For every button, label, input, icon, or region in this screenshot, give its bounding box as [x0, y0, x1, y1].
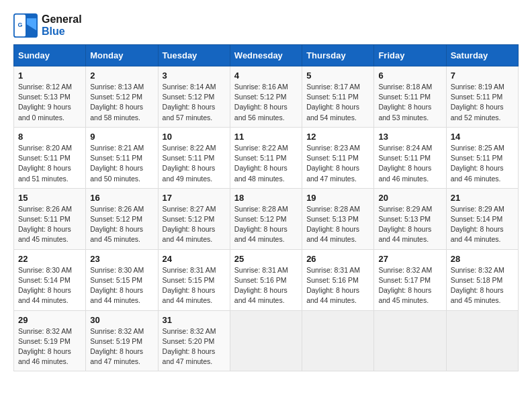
calendar-cell: 13Sunrise: 8:24 AMSunset: 5:11 PMDayligh…	[374, 127, 446, 188]
page-header: G General Blue	[13, 13, 519, 38]
day-number: 8	[18, 132, 81, 142]
day-detail: Sunrise: 8:31 AMSunset: 5:16 PMDaylight:…	[234, 265, 298, 306]
day-number: 25	[234, 254, 298, 264]
calendar-cell: 2Sunrise: 8:13 AMSunset: 5:12 PMDaylight…	[86, 66, 158, 128]
day-number: 23	[90, 254, 153, 264]
calendar-cell: 6Sunrise: 8:18 AMSunset: 5:11 PMDaylight…	[374, 66, 446, 128]
weekday-header-row: SundayMondayTuesdayWednesdayThursdayFrid…	[14, 45, 519, 66]
day-number: 12	[306, 132, 369, 142]
day-detail: Sunrise: 8:32 AMSunset: 5:19 PMDaylight:…	[90, 326, 153, 367]
day-number: 21	[451, 193, 514, 203]
day-number: 1	[18, 71, 81, 81]
calendar-cell: 4Sunrise: 8:16 AMSunset: 5:12 PMDaylight…	[230, 66, 302, 128]
day-detail: Sunrise: 8:20 AMSunset: 5:11 PMDaylight:…	[18, 143, 81, 184]
day-number: 22	[18, 254, 81, 264]
day-detail: Sunrise: 8:17 AMSunset: 5:11 PMDaylight:…	[306, 82, 369, 123]
day-detail: Sunrise: 8:26 AMSunset: 5:12 PMDaylight:…	[90, 204, 153, 245]
logo: G General Blue	[13, 13, 82, 38]
calendar-week-row: 8Sunrise: 8:20 AMSunset: 5:11 PMDaylight…	[14, 127, 519, 188]
logo-text: General Blue	[42, 13, 82, 38]
day-number: 26	[306, 254, 369, 264]
day-number: 18	[234, 193, 298, 203]
day-number: 19	[306, 193, 369, 203]
calendar-cell: 28Sunrise: 8:32 AMSunset: 5:18 PMDayligh…	[446, 249, 518, 310]
calendar-cell: 19Sunrise: 8:28 AMSunset: 5:13 PMDayligh…	[302, 188, 374, 249]
day-detail: Sunrise: 8:32 AMSunset: 5:17 PMDaylight:…	[378, 265, 441, 306]
day-detail: Sunrise: 8:29 AMSunset: 5:13 PMDaylight:…	[378, 204, 441, 245]
day-number: 15	[18, 193, 81, 203]
day-detail: Sunrise: 8:19 AMSunset: 5:11 PMDaylight:…	[451, 82, 514, 123]
day-detail: Sunrise: 8:27 AMSunset: 5:12 PMDaylight:…	[163, 204, 226, 245]
day-detail: Sunrise: 8:16 AMSunset: 5:12 PMDaylight:…	[234, 82, 298, 123]
calendar-cell: 7Sunrise: 8:19 AMSunset: 5:11 PMDaylight…	[446, 66, 518, 128]
calendar-cell: 21Sunrise: 8:29 AMSunset: 5:14 PMDayligh…	[446, 188, 518, 249]
calendar-week-row: 15Sunrise: 8:26 AMSunset: 5:11 PMDayligh…	[14, 188, 519, 249]
weekday-header-friday: Friday	[374, 45, 446, 66]
day-number: 27	[378, 254, 441, 264]
calendar-cell	[230, 310, 302, 371]
day-detail: Sunrise: 8:32 AMSunset: 5:19 PMDaylight:…	[18, 326, 81, 367]
calendar-table: SundayMondayTuesdayWednesdayThursdayFrid…	[13, 44, 519, 371]
weekday-header-thursday: Thursday	[302, 45, 374, 66]
calendar-cell: 31Sunrise: 8:32 AMSunset: 5:20 PMDayligh…	[158, 310, 230, 371]
day-detail: Sunrise: 8:21 AMSunset: 5:11 PMDaylight:…	[90, 143, 153, 184]
day-detail: Sunrise: 8:32 AMSunset: 5:20 PMDaylight:…	[163, 326, 226, 367]
weekday-header-monday: Monday	[86, 45, 158, 66]
calendar-cell: 30Sunrise: 8:32 AMSunset: 5:19 PMDayligh…	[86, 310, 158, 371]
day-number: 7	[451, 71, 514, 81]
day-detail: Sunrise: 8:14 AMSunset: 5:12 PMDaylight:…	[163, 82, 226, 123]
calendar-cell	[446, 310, 518, 371]
day-number: 30	[90, 315, 153, 325]
day-number: 10	[163, 132, 226, 142]
calendar-cell: 29Sunrise: 8:32 AMSunset: 5:19 PMDayligh…	[14, 310, 86, 371]
day-detail: Sunrise: 8:31 AMSunset: 5:15 PMDaylight:…	[163, 265, 226, 306]
calendar-cell: 1Sunrise: 8:12 AMSunset: 5:13 PMDaylight…	[14, 66, 86, 128]
calendar-week-row: 22Sunrise: 8:30 AMSunset: 5:14 PMDayligh…	[14, 249, 519, 310]
weekday-header-wednesday: Wednesday	[230, 45, 302, 66]
day-detail: Sunrise: 8:26 AMSunset: 5:11 PMDaylight:…	[18, 204, 81, 245]
day-number: 16	[90, 193, 153, 203]
day-detail: Sunrise: 8:18 AMSunset: 5:11 PMDaylight:…	[378, 82, 441, 123]
day-number: 9	[90, 132, 153, 142]
calendar-week-row: 29Sunrise: 8:32 AMSunset: 5:19 PMDayligh…	[14, 310, 519, 371]
calendar-cell: 22Sunrise: 8:30 AMSunset: 5:14 PMDayligh…	[14, 249, 86, 310]
day-number: 17	[163, 193, 226, 203]
calendar-cell: 18Sunrise: 8:28 AMSunset: 5:12 PMDayligh…	[230, 188, 302, 249]
calendar-cell	[302, 310, 374, 371]
calendar-cell: 9Sunrise: 8:21 AMSunset: 5:11 PMDaylight…	[86, 127, 158, 188]
calendar-header: SundayMondayTuesdayWednesdayThursdayFrid…	[14, 45, 519, 66]
day-detail: Sunrise: 8:12 AMSunset: 5:13 PMDaylight:…	[18, 82, 81, 123]
svg-text:G: G	[17, 21, 22, 28]
day-detail: Sunrise: 8:30 AMSunset: 5:14 PMDaylight:…	[18, 265, 81, 306]
calendar-cell: 17Sunrise: 8:27 AMSunset: 5:12 PMDayligh…	[158, 188, 230, 249]
weekday-header-sunday: Sunday	[14, 45, 86, 66]
day-detail: Sunrise: 8:29 AMSunset: 5:14 PMDaylight:…	[451, 204, 514, 245]
calendar-cell: 24Sunrise: 8:31 AMSunset: 5:15 PMDayligh…	[158, 249, 230, 310]
day-number: 5	[306, 71, 369, 81]
day-detail: Sunrise: 8:13 AMSunset: 5:12 PMDaylight:…	[90, 82, 153, 123]
calendar-cell	[374, 310, 446, 371]
day-number: 31	[163, 315, 226, 325]
calendar-cell: 14Sunrise: 8:25 AMSunset: 5:11 PMDayligh…	[446, 127, 518, 188]
day-number: 11	[234, 132, 298, 142]
day-number: 4	[234, 71, 298, 81]
day-detail: Sunrise: 8:22 AMSunset: 5:11 PMDaylight:…	[163, 143, 226, 184]
day-number: 2	[90, 71, 153, 81]
calendar-body: 1Sunrise: 8:12 AMSunset: 5:13 PMDaylight…	[14, 66, 519, 371]
day-number: 3	[163, 71, 226, 81]
day-detail: Sunrise: 8:25 AMSunset: 5:11 PMDaylight:…	[451, 143, 514, 184]
day-number: 6	[378, 71, 441, 81]
calendar-cell: 10Sunrise: 8:22 AMSunset: 5:11 PMDayligh…	[158, 127, 230, 188]
weekday-header-tuesday: Tuesday	[158, 45, 230, 66]
calendar-cell: 15Sunrise: 8:26 AMSunset: 5:11 PMDayligh…	[14, 188, 86, 249]
calendar-cell: 16Sunrise: 8:26 AMSunset: 5:12 PMDayligh…	[86, 188, 158, 249]
calendar-cell: 3Sunrise: 8:14 AMSunset: 5:12 PMDaylight…	[158, 66, 230, 128]
day-detail: Sunrise: 8:28 AMSunset: 5:13 PMDaylight:…	[306, 204, 369, 245]
day-detail: Sunrise: 8:24 AMSunset: 5:11 PMDaylight:…	[378, 143, 441, 184]
calendar-cell: 11Sunrise: 8:22 AMSunset: 5:11 PMDayligh…	[230, 127, 302, 188]
day-number: 28	[451, 254, 514, 264]
day-number: 24	[163, 254, 226, 264]
calendar-cell: 5Sunrise: 8:17 AMSunset: 5:11 PMDaylight…	[302, 66, 374, 128]
calendar-week-row: 1Sunrise: 8:12 AMSunset: 5:13 PMDaylight…	[14, 66, 519, 128]
calendar-cell: 25Sunrise: 8:31 AMSunset: 5:16 PMDayligh…	[230, 249, 302, 310]
